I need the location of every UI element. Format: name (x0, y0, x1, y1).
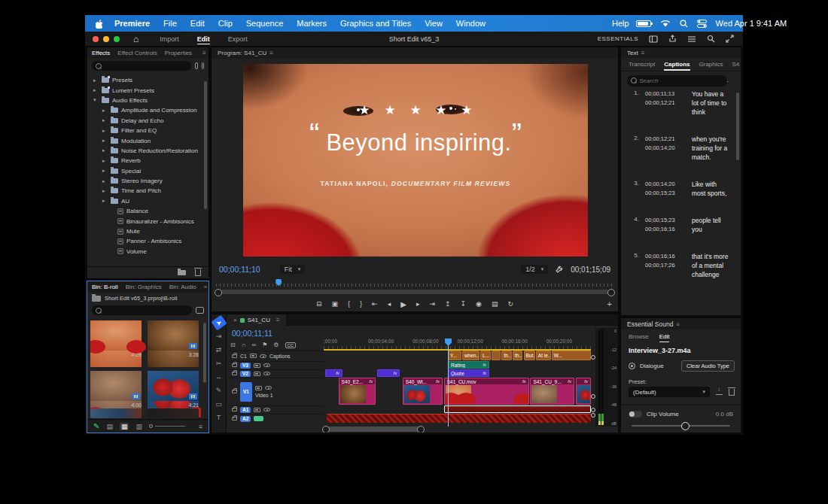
caption-clip[interactable]: th... (501, 351, 511, 360)
panel-menu-icon[interactable] (199, 50, 206, 56)
track-target-button[interactable]: V2 (240, 371, 251, 377)
chevron-icon[interactable] (102, 108, 108, 114)
program-current-timecode[interactable]: 00;00;11;10 (219, 265, 260, 274)
new-custom-bin-icon[interactable] (178, 270, 186, 275)
playback-resolution-dropdown[interactable]: 1/2 (521, 265, 548, 274)
panel-tab[interactable]: Effect Controls (117, 50, 157, 56)
spotlight-search-icon[interactable] (680, 20, 688, 28)
track-source-icon[interactable] (254, 372, 260, 376)
lock-track-icon[interactable] (232, 390, 237, 393)
lift-icon[interactable]: ↥ (445, 300, 451, 308)
caption-text[interactable]: You have a lot of time to think (686, 90, 732, 117)
video-clip[interactable]: fx (576, 378, 591, 405)
settings-wrench-icon[interactable] (556, 266, 563, 273)
caption-clip[interactable] (492, 351, 501, 360)
effects-tree-item[interactable]: Lumetri Presets (87, 85, 209, 95)
effects-tree-item[interactable]: Reverb (87, 156, 209, 165)
effects-tree-item[interactable]: Presets (87, 75, 209, 85)
timeline-horizontal-scrollbar[interactable] (324, 427, 423, 432)
chevron-icon[interactable] (102, 178, 108, 184)
video-clip[interactable]: S41_CU_9...fx (530, 378, 574, 405)
bin-scrollbar[interactable] (203, 323, 206, 383)
effects-tree-item[interactable]: Noise Reduction/Restoration (87, 146, 209, 156)
chevron-icon[interactable] (102, 128, 108, 134)
apple-menu-icon[interactable] (96, 18, 104, 29)
hand-tool[interactable]: ▭ (213, 399, 225, 409)
audio-clip[interactable] (327, 414, 591, 423)
bin-tab[interactable]: Bin: Audio (169, 284, 196, 290)
clear-audio-type-button[interactable]: Clear Audio Type (681, 360, 735, 372)
step-back-icon[interactable]: ◂ (388, 300, 391, 308)
chevron-icon[interactable] (102, 158, 108, 164)
mark-out-icon[interactable]: } (360, 300, 362, 308)
ripple-edit-tool[interactable]: ⇄ (213, 345, 225, 355)
chevron-icon[interactable] (93, 97, 99, 103)
caption-text[interactable]: people tell you (686, 216, 732, 234)
linked-selection-icon[interactable]: ∞ (251, 342, 256, 348)
mode-tab[interactable]: Edit (188, 32, 219, 46)
safe-margins-icon[interactable]: ▣ (332, 300, 339, 308)
zoom-tool-icon[interactable] (707, 35, 715, 43)
menu-item[interactable]: Markers (290, 19, 333, 28)
chevron-icon[interactable] (102, 198, 108, 204)
bin-filter-icon[interactable] (196, 307, 204, 314)
caption-row[interactable]: 2. 00;00;12;2100;00;14;20 when you're tr… (621, 135, 735, 162)
caption-timecodes[interactable]: 00;00;16;1600;00;17;26 (645, 252, 686, 279)
zoom-level-dropdown[interactable]: Fit (280, 265, 306, 274)
step-forward-icon[interactable]: ▸ (416, 300, 420, 308)
track-source-icon[interactable] (250, 354, 257, 358)
timeline-ruler[interactable]: ;00;0000;00;04;0000;00;08;0000;00;12;000… (324, 339, 591, 351)
list-view-icon[interactable]: ▤ (106, 423, 113, 430)
text-panel-tab[interactable]: Graphics (699, 58, 723, 71)
menu-item[interactable]: Sequence (239, 19, 291, 28)
caption-row[interactable]: 1. 00;00;11;1300;00;12;21 You have a lot… (621, 90, 735, 117)
solo-track-button[interactable] (254, 416, 263, 421)
lock-track-icon[interactable] (232, 354, 237, 358)
stacked-panels-icon[interactable] (687, 35, 696, 43)
graphic-clip[interactable]: Ratingfx (448, 361, 489, 369)
panel-menu-icon[interactable] (638, 50, 645, 56)
caption-timecodes[interactable]: 00;00;15;2300;00;16;16 (645, 216, 686, 234)
home-icon[interactable]: ⌂ (133, 34, 139, 44)
effects-tree-item[interactable]: Amplitude and Compression (87, 105, 209, 115)
menu-item[interactable]: Clip (212, 19, 239, 28)
zoom-window-button[interactable] (114, 36, 120, 42)
clip-thumbnail[interactable] (148, 408, 199, 418)
pen-tag-icon[interactable]: ✎ (93, 422, 99, 430)
caption-row[interactable]: 3. 00;00;14;2000;00;15;23 Like with most… (621, 180, 735, 198)
caption-clip[interactable]: At le... (536, 351, 551, 360)
caption-text[interactable]: that it's more of a mental challenge (686, 252, 732, 279)
effects-tree-item[interactable]: AU (87, 196, 209, 206)
delete-custom-item-icon[interactable] (195, 269, 201, 276)
proxy-toggle-icon[interactable]: ↻ (507, 300, 513, 308)
text-panel-tab[interactable]: S4 (732, 58, 740, 71)
bin-search-input[interactable] (92, 305, 192, 315)
panel-menu-icon[interactable] (266, 50, 273, 56)
video-clip[interactable]: S40_Wi...fx (403, 378, 443, 405)
caption-clip[interactable]: when... (462, 351, 479, 360)
save-preset-icon[interactable] (716, 389, 723, 395)
mode-tab[interactable]: Export (219, 32, 257, 46)
effects-tree-item[interactable]: Audio Effects (87, 96, 209, 105)
type-tool[interactable]: T (213, 412, 225, 423)
effects-tree-item[interactable]: Delay and Echo (87, 116, 209, 126)
track-select-forward-tool[interactable]: ⇥ (213, 331, 225, 342)
lock-track-icon[interactable] (232, 363, 237, 367)
track-target-button[interactable]: A2 (240, 416, 251, 422)
essential-sound-tab[interactable]: Browse (629, 333, 649, 342)
track-source-icon[interactable] (255, 386, 262, 390)
timeline-current-timecode[interactable]: 00;00;11;11 (232, 329, 272, 338)
sort-icon[interactable]: ≡ (199, 423, 202, 430)
slip-tool[interactable]: ↔ (213, 372, 225, 382)
control-center-icon[interactable] (697, 20, 707, 28)
chevron-icon[interactable] (102, 117, 108, 123)
graphic-clip[interactable]: Quotefx (448, 369, 489, 377)
effects-search-input[interactable] (92, 61, 191, 71)
chevron-icon[interactable] (102, 168, 108, 174)
razor-tool[interactable]: ✂ (213, 358, 225, 369)
panel-tab[interactable]: Properties (165, 50, 192, 56)
close-sequence-icon[interactable]: × (233, 317, 237, 323)
export-frame-icon[interactable]: ◉ (476, 300, 482, 308)
caption-timecodes[interactable]: 00;00;14;2000;00;15;23 (645, 180, 686, 198)
preset-dropdown[interactable]: (Default) (629, 387, 710, 397)
